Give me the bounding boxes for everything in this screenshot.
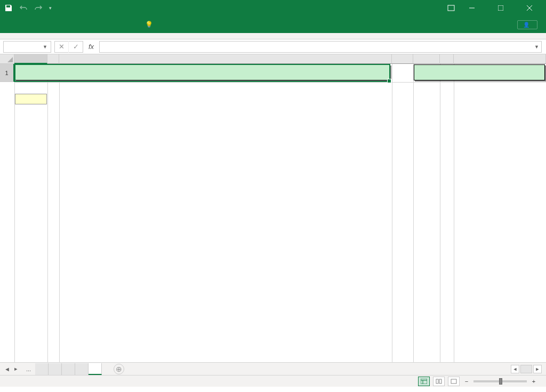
zoom-slider[interactable]: − + (463, 378, 537, 385)
redo-icon[interactable] (34, 4, 43, 12)
tab-insert[interactable] (33, 16, 48, 33)
sheet-tab-3[interactable] (75, 363, 89, 375)
col-header-4[interactable] (392, 54, 413, 64)
qat-customize-icon[interactable]: ▾ (49, 5, 52, 11)
new-sheet-button[interactable]: ⊕ (114, 364, 124, 374)
col-header-7[interactable] (454, 54, 546, 64)
formula-expand-icon[interactable]: ▼ (534, 44, 539, 50)
sheet-tab-4[interactable] (89, 363, 102, 375)
svg-rect-5 (421, 379, 427, 384)
sheet-nav[interactable]: ◄ ▸ (0, 365, 22, 372)
sheet-tab-2[interactable] (62, 363, 75, 375)
col-header-3[interactable] (59, 54, 392, 64)
svg-rect-8 (436, 379, 438, 383)
zoom-in-button[interactable]: + (530, 378, 537, 385)
tab-view[interactable] (108, 16, 123, 33)
sheet-tab-1[interactable] (49, 363, 62, 375)
zoom-out-button[interactable]: − (463, 378, 470, 385)
view-normal-button[interactable] (418, 377, 430, 386)
formula-input[interactable]: ▼ (99, 41, 542, 53)
col-header-1[interactable] (14, 54, 47, 64)
view-pagelayout-button[interactable] (433, 377, 445, 386)
name-box[interactable]: ▼ (3, 41, 51, 53)
col-header-6[interactable] (440, 54, 454, 64)
tab-file[interactable] (3, 16, 18, 33)
enter-formula-button[interactable]: ✓ (69, 41, 83, 53)
tab-data[interactable] (78, 16, 93, 33)
sheet-nav-prev-icon[interactable]: ▸ (13, 365, 19, 372)
title-bar: ▾ (0, 0, 546, 16)
label-name[interactable] (15, 94, 47, 104)
save-icon[interactable] (4, 4, 13, 12)
share-icon: 👤 (523, 22, 529, 28)
tab-team[interactable] (123, 16, 138, 33)
svg-rect-2 (498, 5, 503, 11)
view-pagebreak-button[interactable] (448, 377, 460, 386)
col-header-5[interactable] (413, 54, 440, 64)
undo-icon[interactable] (19, 4, 28, 12)
row-header-1[interactable]: 1 (0, 64, 14, 82)
sheet-ellipsis-left[interactable]: ... (22, 366, 35, 372)
svg-rect-0 (448, 5, 454, 11)
sheet-nav-first-icon[interactable]: ◄ (3, 366, 11, 372)
fx-label[interactable]: fx (83, 43, 99, 51)
zoom-track[interactable] (473, 380, 527, 382)
sheet-tab-bar: ◄ ▸ ... ⊕ ◄ ► (0, 362, 546, 375)
tell-me[interactable]: 💡 (138, 21, 164, 28)
zoom-thumb[interactable] (499, 378, 502, 385)
ribbon-tabs: 💡 👤 (0, 16, 546, 33)
hscroll-right-button[interactable]: ► (533, 365, 542, 373)
svg-rect-9 (439, 379, 441, 383)
col-header-2[interactable] (47, 54, 59, 64)
tab-review[interactable] (93, 16, 108, 33)
cancel-formula-button[interactable]: ✕ (55, 41, 69, 53)
title-cell-main[interactable] (15, 64, 390, 80)
bulb-icon: 💡 (145, 21, 153, 28)
tab-formulas[interactable] (63, 16, 78, 33)
svg-rect-10 (451, 379, 456, 383)
maximize-button[interactable] (488, 0, 513, 16)
ribbon-display-icon[interactable] (447, 4, 455, 12)
tab-pagelayout[interactable] (48, 16, 63, 33)
title-cell-file[interactable] (414, 64, 545, 80)
formula-bar: ▼ ✕ ✓ fx ▼ (0, 39, 546, 54)
hscroll-left-button[interactable]: ◄ (511, 365, 519, 373)
name-box-dropdown-icon[interactable]: ▼ (43, 44, 47, 50)
share-button[interactable]: 👤 (517, 20, 537, 29)
sheet-tab-0[interactable] (35, 363, 49, 375)
names-value[interactable] (60, 94, 391, 104)
select-all-button[interactable] (0, 54, 14, 64)
tab-home[interactable] (18, 16, 33, 33)
status-bar: − + (0, 375, 546, 387)
minimize-button[interactable] (460, 0, 484, 16)
worksheet-grid[interactable]: 1 (0, 54, 546, 362)
close-button[interactable] (517, 0, 542, 16)
hscroll-track[interactable] (520, 365, 532, 373)
